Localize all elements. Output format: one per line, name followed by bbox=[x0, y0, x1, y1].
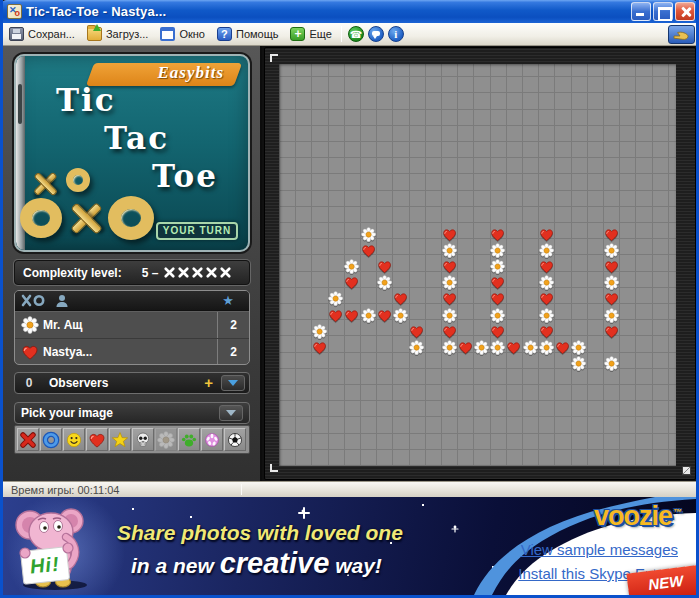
heart-piece bbox=[442, 259, 457, 274]
game-board-grid[interactable] bbox=[279, 64, 676, 466]
view-samples-link[interactable]: View sample messages bbox=[521, 541, 678, 558]
flower-piece bbox=[490, 259, 505, 274]
flower-piece bbox=[539, 308, 554, 323]
heart-piece bbox=[539, 259, 554, 274]
heart-piece bbox=[328, 308, 343, 323]
toolbar: Сохран... Загруз... Окно ? Помощь + Еще … bbox=[0, 23, 699, 46]
window-icon bbox=[160, 27, 175, 41]
load-folder-icon bbox=[87, 27, 102, 41]
player-name: Mr. Ащ bbox=[43, 318, 82, 332]
help-button[interactable]: ? Помощь bbox=[212, 26, 286, 42]
flower-piece bbox=[490, 308, 505, 323]
minimize-button[interactable] bbox=[631, 2, 651, 21]
heart-piece bbox=[377, 259, 392, 274]
heart-piece bbox=[490, 275, 505, 290]
image-option-red-x-icon[interactable] bbox=[17, 428, 39, 451]
observers-bar: 0 Observers + bbox=[14, 372, 250, 394]
add-observer-button[interactable]: + bbox=[204, 376, 221, 390]
help-icon: ? bbox=[217, 27, 232, 41]
player-row[interactable]: Nastya... 2 bbox=[15, 338, 249, 365]
player-icon bbox=[55, 294, 69, 308]
complexity-value: 5 – bbox=[142, 266, 159, 280]
observers-count: 0 bbox=[19, 376, 39, 390]
heart-piece bbox=[604, 291, 619, 306]
flower-piece bbox=[442, 275, 457, 290]
board-corner-mark bbox=[270, 464, 278, 472]
image-picker-label: Pick your image bbox=[21, 406, 113, 420]
logo-word-tac: Tac bbox=[104, 120, 169, 156]
image-option-smiley-icon[interactable] bbox=[63, 428, 85, 451]
game-time-text: Время игры: 00:11:04 bbox=[11, 484, 119, 496]
heart-piece bbox=[490, 324, 505, 339]
flower-piece bbox=[571, 356, 586, 371]
player-score: 2 bbox=[217, 339, 249, 365]
save-button[interactable]: Сохран... bbox=[4, 26, 82, 42]
flower-piece bbox=[523, 340, 538, 355]
heart-piece bbox=[604, 324, 619, 339]
window-button[interactable]: Окно bbox=[155, 26, 212, 42]
image-option-red-heart-icon[interactable] bbox=[86, 428, 108, 451]
load-button[interactable]: Загруз... bbox=[82, 26, 155, 42]
flower-piece bbox=[490, 243, 505, 258]
complexity-x-mark bbox=[220, 267, 231, 278]
ad-headline: Share photos with loved one bbox=[117, 521, 403, 545]
chevron-down-icon bbox=[226, 410, 236, 416]
flower-piece bbox=[409, 340, 424, 355]
load-label: Загруз... bbox=[106, 28, 148, 40]
save-icon bbox=[9, 27, 24, 41]
app-icon: ✕o bbox=[7, 4, 22, 19]
gold-o-piece bbox=[108, 196, 154, 240]
gold-o-piece bbox=[66, 168, 90, 192]
ad-banner[interactable]: Hi! Share photos with loved one in a new… bbox=[3, 497, 696, 595]
observers-label: Observers bbox=[49, 376, 108, 390]
voozie-logo: voozie™ bbox=[594, 501, 682, 532]
image-option-flower-icon[interactable] bbox=[155, 428, 177, 451]
board-frame bbox=[264, 47, 696, 480]
window-label: Окно bbox=[179, 28, 205, 40]
info-icon[interactable]: i bbox=[388, 26, 404, 42]
image-option-pink-ball-icon[interactable] bbox=[201, 428, 223, 451]
image-option-yellow-star-icon[interactable] bbox=[109, 428, 131, 451]
flower-piece bbox=[474, 340, 489, 355]
close-button[interactable] bbox=[675, 2, 695, 21]
ad-subheadline: in a new creative way! bbox=[131, 547, 382, 580]
title-bar[interactable]: ✕o Tic-Tac-Toe - Nastya... bbox=[0, 0, 699, 23]
image-option-green-paw-icon[interactable] bbox=[178, 428, 200, 451]
flower-piece bbox=[312, 324, 327, 339]
complexity-x-mark bbox=[206, 267, 217, 278]
more-button[interactable]: + Еще bbox=[285, 26, 338, 42]
status-bar: Время игры: 00:11:04 bbox=[3, 481, 696, 497]
call-icon[interactable]: ☎ bbox=[348, 26, 364, 42]
image-option-skull-icon[interactable] bbox=[132, 428, 154, 451]
complexity-x-mark bbox=[178, 267, 189, 278]
player-score: 2 bbox=[217, 312, 249, 338]
board-resize-grip[interactable] bbox=[682, 466, 691, 475]
flower-piece bbox=[490, 340, 505, 355]
heart-piece bbox=[361, 243, 376, 258]
player-row[interactable]: Mr. Ащ 2 bbox=[15, 311, 249, 338]
score-star-icon: ★ bbox=[213, 294, 243, 307]
skype-extras-button[interactable] bbox=[668, 25, 695, 44]
heart-piece bbox=[604, 259, 619, 274]
left-panel: Easybits Tic Tac Toe YOUR TURN Complexit… bbox=[3, 46, 262, 481]
heart-piece bbox=[409, 324, 424, 339]
heart-piece bbox=[393, 291, 408, 306]
image-option-soccer-ball-icon[interactable] bbox=[224, 428, 246, 451]
flower-piece bbox=[442, 340, 457, 355]
gold-x-piece bbox=[32, 172, 54, 194]
heart-piece bbox=[442, 227, 457, 242]
flower-piece bbox=[571, 340, 586, 355]
image-option-blue-ring-icon[interactable] bbox=[40, 428, 62, 451]
flower-piece bbox=[604, 243, 619, 258]
image-picker-expand-button[interactable] bbox=[219, 405, 243, 421]
observers-expand-button[interactable] bbox=[221, 375, 245, 391]
more-label: Еще bbox=[309, 28, 331, 40]
flower-piece bbox=[344, 259, 359, 274]
chevron-down-icon bbox=[228, 380, 238, 386]
your-turn-badge: YOUR TURN bbox=[156, 222, 238, 240]
image-picker-bar[interactable]: Pick your image bbox=[14, 402, 250, 424]
more-icon: + bbox=[290, 27, 305, 41]
chat-icon[interactable] bbox=[368, 26, 384, 42]
maximize-button[interactable] bbox=[653, 2, 673, 21]
heart-piece bbox=[344, 275, 359, 290]
